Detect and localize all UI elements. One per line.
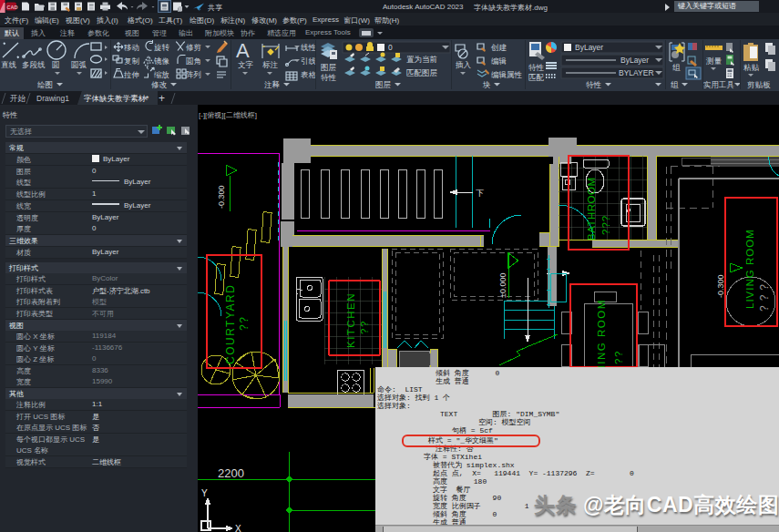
svg-text:组: 组	[672, 63, 681, 72]
svg-text:[-][俯视][二维线框]: [-][俯视][二维线框]	[199, 111, 257, 119]
svg-text:字体缺失教学素材*: 字体缺失教学素材*	[84, 94, 149, 103]
svg-text:组: 组	[671, 80, 679, 89]
svg-text:COURTYARD: COURTYARD	[224, 284, 237, 364]
svg-text:注释: 注释	[264, 80, 281, 89]
svg-text:绘图: 绘图	[37, 80, 53, 89]
svg-text:圆弧: 圆弧	[71, 60, 87, 69]
svg-text:镜像: 镜像	[153, 56, 170, 66]
svg-text:BYLAYER: BYLAYER	[619, 68, 654, 77]
svg-text:创建: 创建	[490, 43, 507, 52]
svg-text:+: +	[159, 92, 165, 105]
svg-text:引线: 引线	[301, 56, 317, 66]
svg-text:共享: 共享	[208, 4, 222, 12]
svg-text:Y: Y	[201, 488, 208, 498]
svg-text:编辑: 编辑	[491, 56, 507, 66]
svg-text:???: ???	[758, 280, 771, 312]
svg-text:圆角: 圆角	[186, 56, 201, 66]
svg-text:ByLayer: ByLayer	[575, 43, 603, 52]
svg-text:标注: 标注	[262, 60, 279, 69]
svg-text:块: 块	[482, 80, 491, 89]
svg-text:表格: 表格	[301, 70, 317, 79]
svg-text:KITCHEN: KITCHEN	[345, 292, 356, 348]
svg-text:图层: 图层	[321, 63, 337, 72]
svg-text:修剪: 修剪	[186, 43, 201, 52]
svg-text:多段线: 多段线	[22, 60, 46, 69]
svg-text:2200: 2200	[218, 466, 244, 480]
svg-text:文字: 文字	[238, 60, 254, 69]
svg-text:±0.000: ±0.000	[498, 273, 507, 298]
svg-text:特性: 特性	[586, 80, 602, 89]
svg-text:置为当前: 置为当前	[406, 55, 437, 64]
svg-text:特性: 特性	[528, 63, 545, 72]
svg-text:修改: 修改	[151, 80, 168, 89]
svg-text:匹配: 匹配	[528, 73, 545, 82]
svg-text:缩放: 缩放	[154, 70, 169, 79]
svg-text:移动: 移动	[123, 43, 139, 52]
svg-text:图层: 图层	[375, 80, 392, 89]
svg-text:BATHROOM: BATHROOM	[586, 177, 597, 240]
svg-text:LIVING ROOM: LIVING ROOM	[744, 229, 755, 309]
svg-text:插入: 插入	[455, 60, 472, 69]
svg-text:匹配图层: 匹配图层	[406, 68, 438, 77]
svg-text:0: 0	[388, 43, 393, 52]
svg-text:旋转: 旋转	[154, 43, 170, 52]
svg-text:???: ???	[600, 215, 611, 235]
svg-text:复制: 复制	[124, 56, 140, 66]
svg-text:??: ??	[359, 320, 370, 334]
svg-text:Drawing1: Drawing1	[36, 94, 69, 103]
svg-text:特性: 特性	[321, 73, 337, 82]
svg-text:??: ??	[238, 316, 251, 331]
svg-text:剪贴板: 剪贴板	[747, 80, 771, 89]
svg-text:阵列: 阵列	[186, 70, 201, 79]
svg-text:ByLayer: ByLayer	[620, 56, 649, 65]
svg-text:实用工具: 实用工具	[703, 80, 734, 89]
svg-text:A: A	[236, 39, 250, 62]
svg-text:-0.300: -0.300	[217, 185, 226, 209]
svg-text:测量: 测量	[705, 56, 723, 66]
svg-text:拉伸: 拉伸	[123, 70, 139, 79]
svg-text:圆: 圆	[52, 60, 60, 69]
svg-text:编辑属性: 编辑属性	[491, 70, 523, 79]
svg-text:×: ×	[143, 94, 148, 103]
svg-text:CAD: CAD	[7, 5, 18, 10]
svg-text:开始: 开始	[10, 94, 26, 103]
svg-text:-0.300: -0.300	[716, 274, 725, 298]
svg-text:X: X	[235, 524, 241, 532]
svg-text:下: 下	[476, 189, 484, 198]
svg-text:粘贴: 粘贴	[743, 63, 760, 72]
svg-text:??: ??	[613, 350, 624, 364]
svg-text:直线: 直线	[1, 60, 17, 69]
svg-text:线性: 线性	[301, 43, 317, 52]
